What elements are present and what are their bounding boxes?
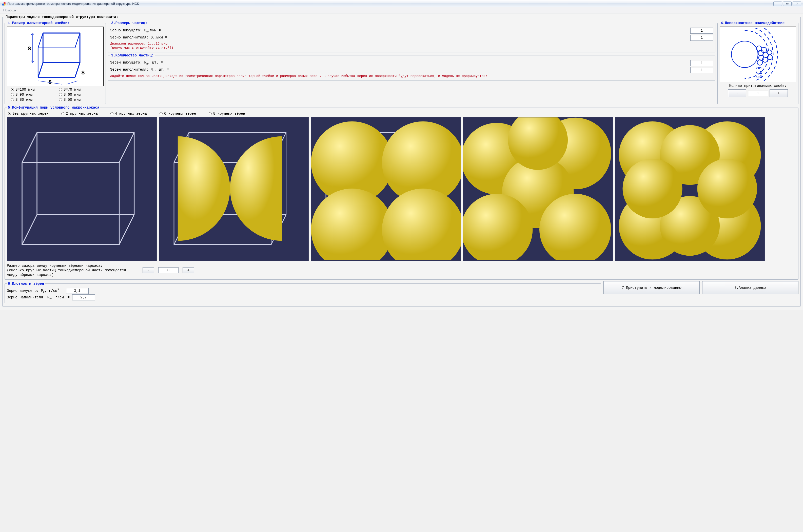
filler-density-label: Зерно наполнителя: Pн, г/см3 = [7,294,70,300]
section-1-legend: 1.Размер элементарной ячейки: [7,21,71,25]
layers-stepper: - + [720,89,796,97]
section-5-pore-config: 5.Конфигурация поры условного макро-карк… [4,106,799,280]
binder-density-label: Зерно вяжущего: Pв, г/см3 = [7,288,63,293]
filler-density-row: Зерно наполнителя: Pн, г/см3 = [7,294,599,300]
radio-s-60-label: S=60 мкм [63,93,80,97]
section-4-surface-interaction: 4.Поверхностное взаимодействие [717,21,799,104]
filler-count-row: Зёрен наполнителя: Nн, шт. = [110,67,713,73]
start-modeling-button[interactable]: 7.Приступить к моделированию [603,281,700,294]
radio-pore-8[interactable]: 8 крупных зёрен [209,112,245,116]
main-params-group: Параметры модели тонкодисперсной структу… [2,15,801,306]
pore-image-0 [7,117,157,261]
filler-density-input[interactable] [72,294,95,300]
window-controls: — ▭ ✕ [773,1,801,6]
cell-size-radios: S=100 мкм S=70 мкм S=90 мкм S=60 мкм S=8… [7,86,104,102]
radio-pore-2-label: 2 крупных зерна [66,112,98,116]
section-4-legend: 4.Поверхностное взаимодействие [720,21,786,25]
pore-image-6 [463,117,613,261]
radio-s-90[interactable]: S=90 мкм [11,93,54,97]
section-6-legend: 6.Плотности зёрен [7,282,45,286]
dim-label-s-1: S [49,79,52,84]
main-params-legend: Параметры модели тонкодисперсной структу… [4,15,119,19]
svg-line-15 [119,215,134,245]
menu-help[interactable]: Помощь [2,8,17,13]
gap-value-input[interactable] [158,267,179,273]
binder-grain-size-input[interactable] [690,27,713,34]
radio-pore-4[interactable]: 4 крупных зерна [110,112,147,116]
pore-images-row [7,117,796,261]
section-3-hint: Задайте целое кол-во частиц исходя из ге… [110,74,713,78]
filler-grain-size-label: Зерно наполнителя: Dн,мкм = [110,35,688,40]
radio-pore-0[interactable]: Без крупных зерен [8,112,49,116]
section-5-legend: 5.Конфигурация поры условного макро-карк… [7,106,100,110]
menubar: Помощь [0,7,803,14]
gap-text: Размер зазора между крупными зёрнами кар… [7,264,138,278]
gap-minus-button[interactable]: - [143,267,154,273]
svg-point-23 [311,189,393,260]
section-6-densities: 6.Плотности зёрен Зерно вяжущего: Pв, г/… [4,282,601,303]
app-icon [2,2,6,6]
pore-image-2 [159,117,309,261]
filler-grain-size-input[interactable] [690,35,713,41]
interaction-illustration: k=1 k=2 k=3 [720,26,796,82]
minimize-button[interactable]: — [773,1,782,6]
layers-plus-button[interactable]: + [770,89,788,97]
section-1-cell-size: 1.Размер элементарной ячейки: [4,21,106,104]
dim-label-s-v: S [27,45,31,52]
window-title: Программа трехмерного геометрического мо… [7,2,773,5]
dim-label-s-2: S [81,70,85,76]
sections-2-3-column: 2.Размеры частиц: Зерно вяжущего: Dв,мкм… [108,20,715,105]
svg-point-12 [768,55,772,60]
svg-point-1 [3,2,5,4]
radio-s-100[interactable]: S=100 мкм [11,88,54,92]
maximize-button[interactable]: ▭ [783,1,791,6]
analyze-data-button[interactable]: 8.Анализ данных [702,281,799,294]
section-2-hint: Диапазон размеров: 1...15 мкм (целую час… [110,42,713,50]
radio-s-90-label: S=90 мкм [16,93,33,97]
filler-grain-size-row: Зерно наполнителя: Dн,мкм = [110,35,713,41]
binder-grain-size-row: Зерно вяжущего: Dв,мкм = [110,27,713,34]
radio-pore-6[interactable]: 6 крупных зёрен [160,112,196,116]
radio-pore-0-label: Без крупных зерен [13,112,49,116]
close-button[interactable]: ✕ [792,1,801,6]
binder-density-input[interactable] [66,288,89,294]
radio-pore-2[interactable]: 2 крупных зерна [61,112,98,116]
k3-label: k=3 [755,75,762,79]
radio-s-80-label: S=80 мкм [16,98,33,102]
binder-grain-size-label: Зерно вяжущего: Dв,мкм = [110,28,688,33]
filler-count-input[interactable] [690,67,713,73]
svg-point-24 [382,189,461,260]
gap-row: Размер зазора между крупными зёрнами кар… [7,261,796,278]
section-3-legend: 3.Количество частиц: [110,53,155,57]
radio-s-50[interactable]: S=50 мкм [59,98,102,102]
svg-point-3 [731,41,758,68]
svg-point-8 [761,47,767,53]
layers-minus-button[interactable]: - [728,89,746,97]
section-3-particle-counts: 3.Количество частиц: Зёрен вяжущего: Nв,… [108,53,715,80]
radio-s-60[interactable]: S=60 мкм [59,93,102,97]
layers-caption: Кол-во притягиваемых слоёв: [720,84,796,88]
k1-label: k=1 [755,66,762,70]
layers-value-input[interactable] [748,90,768,96]
radio-pore-6-label: 6 крупных зёрен [164,112,196,116]
svg-point-5 [758,50,764,56]
cube-illustration: S S S [7,26,104,86]
svg-point-7 [757,60,763,65]
pore-config-radios: Без крупных зерен 2 крупных зерна 4 круп… [7,111,796,117]
svg-point-0 [2,3,4,5]
filler-count-label: Зёрен наполнителя: Nн, шт. = [110,68,688,72]
section-2-legend: 2.Размеры частиц: [110,21,148,25]
binder-count-input[interactable] [690,60,713,66]
titlebar: Программа трехмерного геометрического мо… [0,0,803,7]
radio-s-100-label: S=100 мкм [16,88,35,92]
section-2-particle-sizes: 2.Размеры частиц: Зерно вяжущего: Dв,мкм… [108,21,715,52]
k2-label: k=2 [755,71,762,75]
svg-point-11 [767,50,772,55]
svg-point-37 [622,159,682,218]
gap-plus-button[interactable]: + [183,267,194,273]
radio-s-70[interactable]: S=70 мкм [59,88,102,92]
pore-image-8 [615,117,765,261]
radio-s-80[interactable]: S=80 мкм [11,98,54,102]
radio-pore-8-label: 8 крупных зёрен [213,112,245,116]
radio-s-50-label: S=50 мкм [63,98,80,102]
